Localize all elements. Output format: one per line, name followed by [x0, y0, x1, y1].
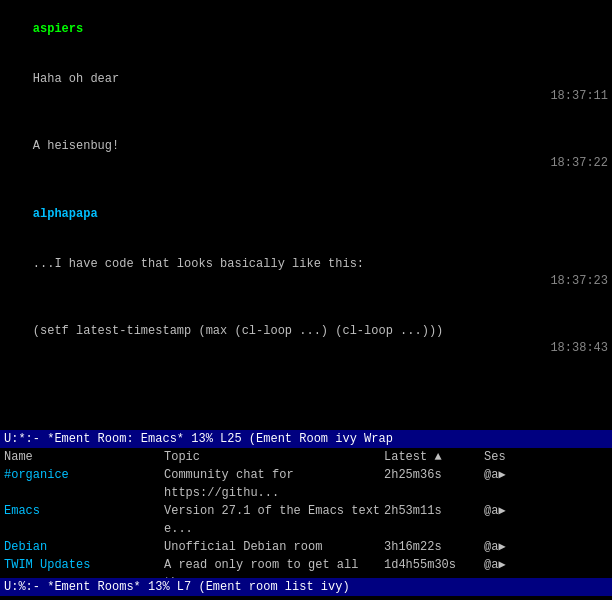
- chat-message-line: (setf latest-timestamp (max (cl-loop ...…: [4, 306, 608, 373]
- chat-message-line: [4, 374, 608, 424]
- col-header-latest: Latest ▲: [384, 448, 484, 466]
- status-bar-bottom-text: U:%:- *Ement Rooms* 13% L7 (Ement room l…: [4, 580, 350, 594]
- room-ses: @a▶: [484, 556, 534, 578]
- room-topic: A read only room to get all the ...: [164, 556, 384, 578]
- room-latest: 1d4h55m30s: [384, 556, 484, 578]
- col-header-ses: Ses: [484, 448, 534, 466]
- room-latest: 2h53m11s: [384, 502, 484, 538]
- room-topic: Version 27.1 of the Emacs text e...: [164, 502, 384, 538]
- room-latest: 2h25m36s: [384, 466, 484, 502]
- list-item[interactable]: EmacsVersion 27.1 of the Emacs text e...…: [0, 502, 612, 538]
- list-item[interactable]: TWIM UpdatesA read only room to get all …: [0, 556, 612, 578]
- timestamp: 18:37:23: [550, 273, 608, 290]
- message-text: Haha oh dear: [33, 72, 119, 86]
- room-list-area: Name Topic Latest ▲ Ses #organiceCommuni…: [0, 448, 612, 578]
- timestamp: 18:38:43: [550, 340, 608, 357]
- room-topic: Community chat for https://githu...: [164, 466, 384, 502]
- chat-message-line: A heisenbug! 18:37:22: [4, 122, 608, 189]
- room-name[interactable]: TWIM Updates: [4, 556, 164, 578]
- col-header-name: Name: [4, 448, 164, 466]
- room-ses: @a▶: [484, 466, 534, 502]
- username: aspiers: [33, 22, 83, 36]
- status-bar-bottom: U:%:- *Ement Rooms* 13% L7 (Ement room l…: [0, 578, 612, 596]
- room-name[interactable]: Emacs: [4, 502, 164, 538]
- chat-area: aspiers Haha oh dear 18:37:11 A heisenbu…: [0, 0, 612, 430]
- room-list-rows: #organiceCommunity chat for https://gith…: [0, 466, 612, 578]
- room-ses: @a▶: [484, 538, 534, 556]
- message-text: (setf latest-timestamp (max (cl-loop ...…: [33, 324, 443, 338]
- room-name[interactable]: #organice: [4, 466, 164, 502]
- list-item[interactable]: #organiceCommunity chat for https://gith…: [0, 466, 612, 502]
- room-list-header: Name Topic Latest ▲ Ses: [0, 448, 612, 466]
- room-latest: 3h16m22s: [384, 538, 484, 556]
- message-text: A heisenbug!: [33, 139, 119, 153]
- list-item[interactable]: DebianUnofficial Debian room3h16m22s@a▶: [0, 538, 612, 556]
- chat-message-line: Haha oh dear 18:37:11: [4, 54, 608, 121]
- chat-message-block: aspiers: [4, 4, 608, 54]
- room-name[interactable]: Debian: [4, 538, 164, 556]
- col-header-topic: Topic: [164, 448, 384, 466]
- message-text: ...I have code that looks basically like…: [33, 257, 364, 271]
- status-bar-top-text: U:*:- *Ement Room: Emacs* 13% L25 (Ement…: [4, 432, 393, 446]
- status-bar-top: U:*:- *Ement Room: Emacs* 13% L25 (Ement…: [0, 430, 612, 448]
- room-ses: @a▶: [484, 502, 534, 538]
- username: alphapapa: [33, 207, 98, 221]
- chat-message-line: ...I have code that looks basically like…: [4, 239, 608, 306]
- timestamp: 18:37:22: [550, 155, 608, 172]
- chat-message-block: alphapapa: [4, 189, 608, 239]
- timestamp: 18:37:11: [550, 88, 608, 105]
- room-topic: Unofficial Debian room: [164, 538, 384, 556]
